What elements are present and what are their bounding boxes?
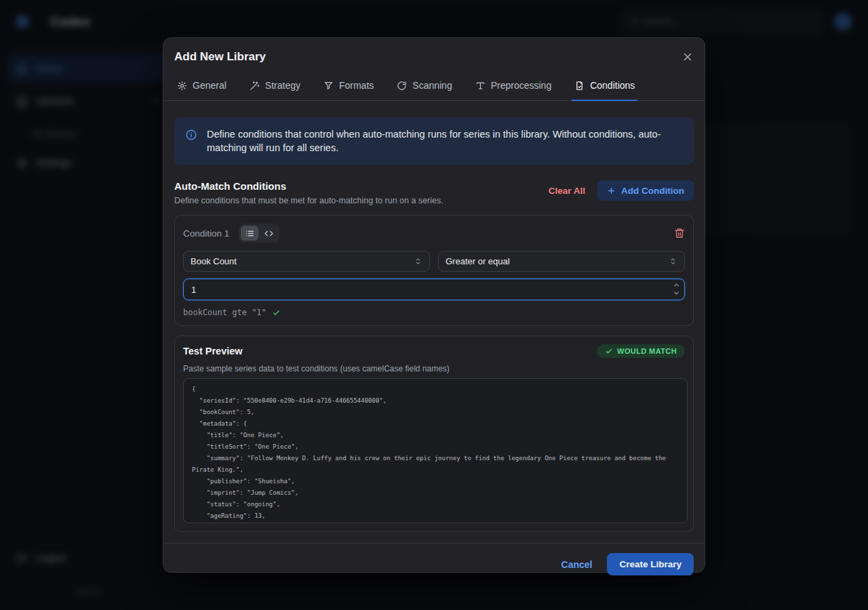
type-icon xyxy=(475,81,486,91)
code-mode-button[interactable] xyxy=(260,226,277,241)
condition-value-input[interactable] xyxy=(183,279,685,300)
test-preview-hint: Paste sample series data to test conditi… xyxy=(183,364,685,373)
chevrons-up-down-icon xyxy=(669,257,677,266)
operator-select[interactable]: Greater or equal xyxy=(438,251,685,272)
tab-scanning[interactable]: Scanning xyxy=(394,75,454,101)
condition-expression: bookCount gte "1" xyxy=(183,308,267,317)
condition-card: Condition 1 xyxy=(174,215,694,326)
list-mode-button[interactable] xyxy=(241,226,258,241)
number-steppers xyxy=(671,281,682,298)
tab-label: Formats xyxy=(339,80,374,91)
modal-title: Add New Library xyxy=(174,50,266,64)
delete-condition-icon[interactable] xyxy=(674,228,685,239)
chevron-down-icon[interactable] xyxy=(671,289,682,298)
would-match-badge: WOULD MATCH xyxy=(597,344,685,358)
section-subtitle: Define conditions that must be met for a… xyxy=(174,196,443,205)
funnel-icon xyxy=(323,81,334,91)
add-condition-label: Add Condition xyxy=(621,186,684,196)
field-select[interactable]: Book Count xyxy=(183,251,430,272)
section-title: Auto-Match Conditions xyxy=(174,180,443,192)
condition-mode-toggle xyxy=(239,224,279,243)
code-icon xyxy=(264,229,273,238)
valid-check-icon xyxy=(272,308,281,317)
condition-label: Condition 1 xyxy=(183,228,229,239)
info-icon xyxy=(185,129,197,155)
chevron-up-icon[interactable] xyxy=(671,281,682,289)
test-preview-title: Test Preview xyxy=(183,346,243,357)
check-icon xyxy=(605,347,613,355)
tab-label: Strategy xyxy=(265,80,300,91)
tab-label: Preprocessing xyxy=(491,80,552,91)
close-icon[interactable] xyxy=(682,51,694,63)
refresh-icon xyxy=(397,81,407,91)
sample-json-textarea[interactable]: { "seriesId": "550e8400-e29b-41d4-a716-4… xyxy=(183,378,688,523)
tab-label: Scanning xyxy=(412,80,452,91)
add-library-modal: Add New Library General Strategy Formats xyxy=(163,37,705,573)
add-condition-button[interactable]: Add Condition xyxy=(597,180,694,201)
tab-formats[interactable]: Formats xyxy=(321,75,376,101)
field-select-value: Book Count xyxy=(191,256,237,266)
create-library-button[interactable]: Create Library xyxy=(607,553,694,575)
tab-preprocessing[interactable]: Preprocessing xyxy=(473,75,555,101)
wand-icon xyxy=(250,81,260,91)
info-banner: Define conditions that control when auto… xyxy=(174,117,694,165)
plus-icon xyxy=(607,186,616,195)
test-preview-card: Test Preview WOULD MATCH Paste sample se… xyxy=(174,336,694,532)
tab-conditions[interactable]: Conditions xyxy=(572,75,637,101)
tab-label: General xyxy=(193,80,226,91)
would-match-label: WOULD MATCH xyxy=(617,347,677,355)
cancel-button[interactable]: Cancel xyxy=(561,559,593,570)
clear-all-button[interactable]: Clear All xyxy=(549,186,585,196)
tab-strategy[interactable]: Strategy xyxy=(247,75,303,101)
list-icon xyxy=(245,229,254,238)
chevrons-up-down-icon xyxy=(414,257,422,266)
operator-select-value: Greater or equal xyxy=(446,256,510,266)
file-check-icon xyxy=(574,81,585,91)
modal-tabs: General Strategy Formats Scanning Prepro… xyxy=(163,68,705,101)
tab-label: Conditions xyxy=(590,80,635,91)
tab-general[interactable]: General xyxy=(174,75,229,101)
info-banner-text: Define conditions that control when auto… xyxy=(207,127,675,155)
gear-icon xyxy=(177,81,187,91)
